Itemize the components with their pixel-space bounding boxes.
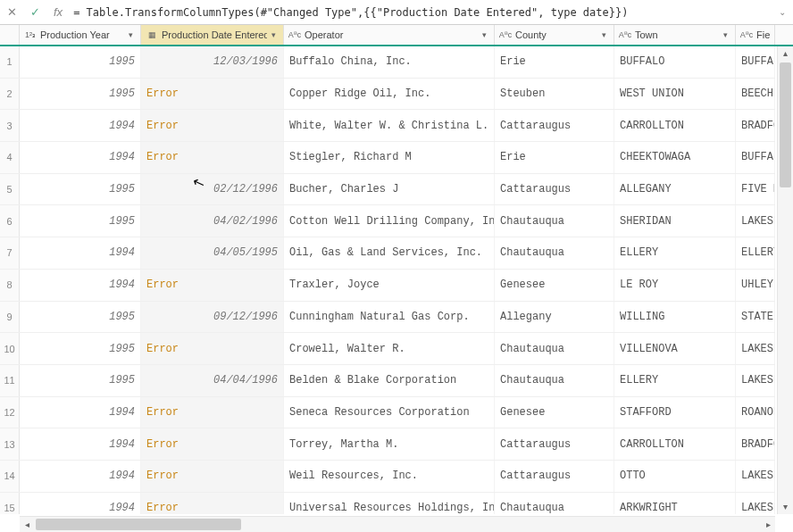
column-filter-icon[interactable]: ▾	[597, 30, 610, 39]
table-row[interactable]: 6199504/02/1996Cotton Well Drilling Comp…	[0, 205, 775, 237]
cell-production-year[interactable]: 1995	[20, 79, 141, 110]
row-number[interactable]: 4	[0, 142, 20, 173]
cell-field[interactable]: LAKESHO	[736, 333, 775, 364]
cell-production-date-entered[interactable]: 04/04/1996	[141, 365, 284, 396]
cell-production-year[interactable]: 1995	[20, 302, 141, 333]
cell-production-year[interactable]: 1994	[20, 237, 141, 269]
cell-production-date-entered[interactable]: 04/02/1996	[141, 205, 284, 237]
cell-production-year[interactable]: 1995	[20, 365, 141, 396]
cell-field[interactable]: LAKESHO	[736, 461, 775, 492]
cell-county[interactable]: Chautauqua	[495, 365, 614, 396]
cell-town[interactable]: CHEEKTOWAGA	[614, 142, 736, 173]
cell-production-year[interactable]: 1994	[20, 397, 141, 428]
cell-production-year[interactable]: 1995	[20, 333, 141, 364]
row-number[interactable]: 9	[0, 302, 20, 333]
table-row[interactable]: 41994ErrorStiegler, Richard MErieCHEEKTO…	[0, 142, 775, 174]
cell-operator[interactable]: White, Walter W. & Christina L.	[284, 110, 495, 141]
commit-icon[interactable]: ✓	[27, 4, 43, 21]
cell-production-date-entered[interactable]: 02/12/1996	[141, 174, 284, 205]
cell-operator[interactable]: Copper Ridge Oil, Inc.	[284, 79, 495, 110]
cell-county[interactable]: Chautauqua	[495, 493, 614, 514]
cell-production-date-entered[interactable]: Error	[141, 493, 284, 514]
table-row[interactable]: 31994ErrorWhite, Walter W. & Christina L…	[0, 110, 775, 142]
cell-operator[interactable]: Traxler, Joyce	[284, 270, 495, 301]
scroll-right-icon[interactable]: ▸	[761, 517, 775, 532]
cell-town[interactable]: LE ROY	[614, 270, 736, 301]
cell-town[interactable]: VILLENOVA	[614, 333, 736, 364]
column-filter-icon[interactable]: ▾	[267, 30, 280, 39]
cell-town[interactable]: CARROLLTON	[614, 110, 736, 141]
table-row[interactable]: 11199504/04/1996Belden & Blake Corporati…	[0, 365, 775, 397]
cell-town[interactable]: ELLERY	[614, 365, 736, 396]
cell-town[interactable]: STAFFORD	[614, 397, 736, 428]
table-row[interactable]: 121994ErrorSeneca Resources CorporationG…	[0, 397, 775, 429]
cell-field[interactable]: ROANOKE	[736, 397, 775, 428]
table-row[interactable]: 21995ErrorCopper Ridge Oil, Inc.SteubenW…	[0, 79, 775, 111]
cell-operator[interactable]: Cotton Well Drilling Company, Inc.	[284, 205, 495, 237]
cell-production-year[interactable]: 1994	[20, 461, 141, 492]
cell-operator[interactable]: Seneca Resources Corporation	[284, 397, 495, 428]
cell-production-year[interactable]: 1994	[20, 142, 141, 173]
cell-operator[interactable]: Weil Resources, Inc.	[284, 461, 495, 492]
cell-county[interactable]: Genesee	[495, 397, 614, 428]
column-header-field[interactable]: Aᴮc Field	[736, 25, 775, 45]
cell-operator[interactable]: Crowell, Walter R.	[284, 333, 495, 364]
cell-county[interactable]: Cattaraugus	[495, 461, 614, 492]
cell-town[interactable]: ARKWRIGHT	[614, 493, 736, 514]
cell-production-year[interactable]: 1994	[20, 270, 141, 301]
scroll-left-icon[interactable]: ◂	[20, 517, 34, 532]
cell-county[interactable]: Allegany	[495, 302, 614, 333]
cell-town[interactable]: BUFFALO	[614, 46, 736, 78]
cell-field[interactable]: ELLERY	[736, 237, 775, 269]
cell-field[interactable]: BRADFOR	[736, 110, 775, 141]
cell-production-year[interactable]: 1995	[20, 174, 141, 205]
cell-production-date-entered[interactable]: 12/03/1996	[141, 46, 284, 78]
cell-field[interactable]: BUFFALO	[736, 142, 775, 173]
cell-production-date-entered[interactable]: Error	[141, 110, 284, 141]
table-row[interactable]: 81994ErrorTraxler, JoyceGeneseeLE ROYUHL…	[0, 270, 775, 302]
row-number[interactable]: 7	[0, 237, 20, 269]
scroll-up-icon[interactable]: ▴	[778, 46, 793, 61]
column-header-operator[interactable]: Aᴮc Operator ▾	[284, 25, 495, 45]
formula-input[interactable]	[73, 6, 768, 19]
horizontal-scrollbar[interactable]: ◂ ▸	[20, 516, 775, 532]
cell-town[interactable]: ALLEGANY	[614, 174, 736, 205]
row-number[interactable]: 6	[0, 205, 20, 237]
cell-field[interactable]: LAKESHO	[736, 365, 775, 396]
horizontal-scroll-thumb[interactable]	[36, 519, 241, 530]
row-number[interactable]: 11	[0, 365, 20, 396]
cell-operator[interactable]: Universal Resources Holdings, Incorp…	[284, 493, 495, 514]
cell-county[interactable]: Erie	[495, 46, 614, 78]
row-number[interactable]: 3	[0, 110, 20, 141]
cell-operator[interactable]: Oil, Gas & Land Services, Inc.	[284, 237, 495, 269]
row-number[interactable]: 13	[0, 428, 20, 460]
row-number[interactable]: 1	[0, 46, 20, 78]
row-number-header[interactable]	[0, 25, 20, 45]
column-header-production-date-entered[interactable]: ▦ Production Date Entered ▾	[141, 25, 284, 45]
column-filter-icon[interactable]: ▾	[124, 30, 137, 39]
table-row[interactable]: 141994ErrorWeil Resources, Inc.Cattaraug…	[0, 461, 775, 493]
cell-county[interactable]: Chautauqua	[495, 333, 614, 364]
cell-town[interactable]: WEST UNION	[614, 79, 736, 110]
table-row[interactable]: 9199509/12/1996Cunningham Natural Gas Co…	[0, 302, 775, 334]
cell-field[interactable]: STATE L	[736, 302, 775, 333]
scroll-down-icon[interactable]: ▾	[778, 500, 793, 514]
cell-county[interactable]: Cattaraugus	[495, 174, 614, 205]
cell-production-date-entered[interactable]: Error	[141, 428, 284, 460]
data-grid[interactable]: 1199512/03/1996Buffalo China, Inc.ErieBU…	[0, 46, 775, 514]
cell-field[interactable]: UHLEY O	[736, 270, 775, 301]
cell-operator[interactable]: Cunningham Natural Gas Corp.	[284, 302, 495, 333]
cell-county[interactable]: Cattaraugus	[495, 428, 614, 460]
cell-production-year[interactable]: 1994	[20, 428, 141, 460]
cell-production-year[interactable]: 1995	[20, 205, 141, 237]
column-header-town[interactable]: Aᴮc Town ▾	[614, 25, 736, 45]
cell-field[interactable]: BUFFALO	[736, 46, 775, 78]
cell-production-date-entered[interactable]: 09/12/1996	[141, 302, 284, 333]
formula-expand-icon[interactable]: ⌄	[775, 7, 789, 17]
cell-town[interactable]: CARROLLTON	[614, 428, 736, 460]
cell-county[interactable]: Steuben	[495, 79, 614, 110]
cell-field[interactable]: FIVE MI	[736, 174, 775, 205]
cell-town[interactable]: OTTO	[614, 461, 736, 492]
cell-operator[interactable]: Torrey, Martha M.	[284, 428, 495, 460]
cell-field[interactable]: LAKESHO	[736, 205, 775, 237]
